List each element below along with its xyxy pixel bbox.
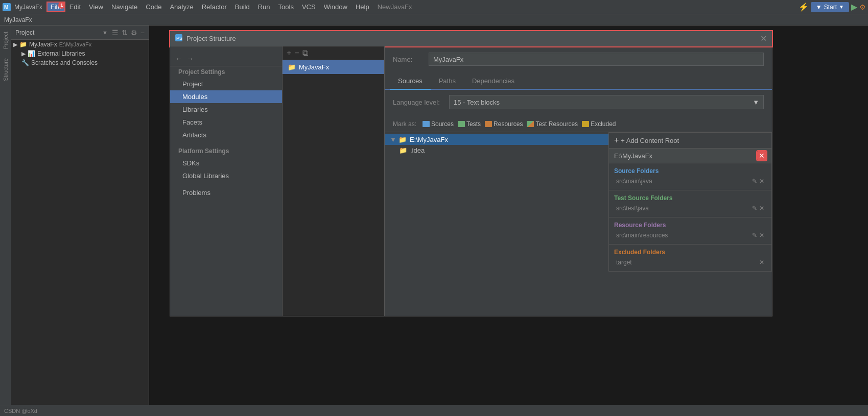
source-folder-actions: ✎ ✕ — [752, 178, 764, 185]
language-level-label: Language level: — [393, 99, 444, 106]
nav-forward-button[interactable]: → — [186, 55, 194, 63]
settings-icon[interactable]: ⚙ — [131, 29, 137, 37]
mark-excluded-badge[interactable]: Excluded — [582, 120, 616, 128]
app-title-label: MyJavaFx — [14, 4, 46, 11]
panel-header: Project ▼ ☰ ⇅ ⚙ − — [11, 26, 149, 40]
name-input[interactable] — [429, 53, 764, 66]
tree-arrow-root: ▶ — [13, 41, 17, 48]
menu-file[interactable]: File 1 — [46, 2, 65, 12]
sidebar-nav-project[interactable]: Project — [170, 78, 282, 90]
sidebar-nav-sdks[interactable]: SDKs — [170, 157, 282, 169]
tab-sources[interactable]: Sources — [390, 73, 431, 90]
resource-folder-edit-button[interactable]: ✎ — [752, 232, 757, 239]
tree-root-item[interactable]: ▶ 📁 MyJavaFx E:\MyJavaFx — [11, 40, 149, 49]
app-icon: M — [2, 3, 11, 12]
menu-code[interactable]: Code — [142, 2, 166, 12]
status-text: CSDN @oXd — [4, 408, 37, 414]
menu-window[interactable]: Window — [320, 2, 351, 12]
source-folders-section: Source Folders src\main\java ✎ ✕ — [609, 163, 771, 190]
resource-folder-delete-button[interactable]: ✕ — [759, 232, 764, 239]
dialog-sidebar: ← → Project Settings Project Modules Lib… — [170, 46, 283, 316]
tab-dependencies[interactable]: Dependencies — [464, 73, 523, 90]
expand-all-icon[interactable]: ⇅ — [122, 29, 128, 37]
test-source-folder-delete-button[interactable]: ✕ — [759, 205, 764, 212]
menu-navigate[interactable]: Navigate — [107, 2, 142, 12]
language-level-row: Language level: 15 - Text blocks ▼ — [393, 95, 764, 109]
mark-resources-badge[interactable]: Resources — [485, 120, 523, 128]
mark-as-row: Mark as: Sources Tests — [385, 116, 772, 132]
sidebar-nav-global-libraries[interactable]: Global Libraries — [170, 169, 282, 182]
detail-panel: Name: Sources Paths Dependencies — [385, 46, 772, 316]
language-level-section: Language level: 15 - Text blocks ▼ — [385, 90, 772, 116]
menu-vcs[interactable]: VCS — [298, 2, 320, 12]
project-panel: Project ▼ ☰ ⇅ ⚙ − ▶ 📁 MyJavaFx E:\MyJava… — [11, 26, 149, 416]
mark-sources-badge[interactable]: Sources — [423, 120, 454, 128]
excluded-badge-icon — [582, 121, 589, 127]
file-tree-area: ▼ 📁 E:\MyJavaFx 📁 .idea — [385, 132, 772, 316]
module-add-button[interactable]: + — [287, 48, 291, 58]
window-title: NewJavaFx — [378, 3, 412, 11]
profile-icon[interactable]: ⚙ — [859, 3, 866, 11]
tree-external-libraries[interactable]: ▶ 📊 External Libraries — [11, 49, 149, 58]
module-list-item-myjavafx[interactable]: 📁 MyJavaFx — [283, 60, 384, 74]
panel-title: Project — [15, 29, 102, 36]
module-list-toolbar: + − ⧉ — [283, 46, 384, 60]
resource-folder-path: src\main\resources — [616, 232, 668, 239]
debug-icon[interactable]: ▶ — [851, 2, 857, 12]
project-structure-dialog: PS Project Structure ✕ ← → Project Setti… — [170, 31, 772, 316]
tab-paths[interactable]: Paths — [431, 73, 464, 90]
name-field-row: Name: — [393, 53, 764, 66]
sidebar-nav-facets[interactable]: Facets — [170, 116, 282, 129]
mark-tests-badge[interactable]: Tests — [458, 120, 481, 128]
test-source-folder-edit-button[interactable]: ✎ — [752, 205, 757, 212]
mark-test-resources-badge[interactable]: Test Resources — [527, 120, 578, 128]
excluded-folders-title: Excluded Folders — [614, 249, 766, 256]
menu-build[interactable]: Build — [231, 2, 254, 12]
excluded-folder-delete-button[interactable]: ✕ — [759, 259, 764, 266]
menu-analyze[interactable]: Analyze — [166, 2, 197, 12]
module-copy-button[interactable]: ⧉ — [302, 48, 308, 58]
menu-refactor[interactable]: Refactor — [198, 2, 231, 12]
sidebar-nav-modules[interactable]: Modules — [170, 90, 282, 103]
resource-folder-row-0: src\main\resources ✎ ✕ — [614, 231, 766, 240]
panel-dropdown-icon[interactable]: ▼ — [102, 30, 108, 36]
menu-tools[interactable]: Tools — [274, 2, 298, 12]
scratches-icon: 🔧 — [21, 59, 29, 66]
dialog-overlay: PS Project Structure ✕ ← → Project Setti… — [149, 26, 868, 416]
sidebar-nav-problems[interactable]: Problems — [170, 186, 282, 199]
source-folder-row-0: src\main\java ✎ ✕ — [614, 177, 766, 186]
language-level-select[interactable]: 15 - Text blocks ▼ — [449, 95, 764, 109]
title-bar: MyJavaFx — [0, 14, 868, 26]
menu-help[interactable]: Help — [351, 2, 373, 12]
source-folder-delete-button[interactable]: ✕ — [759, 178, 764, 185]
dialog-close-button[interactable]: ✕ — [760, 35, 767, 43]
dialog-title-icon: PS — [175, 34, 182, 43]
run-dropdown-icon: ▼ — [816, 4, 822, 11]
menu-run[interactable]: Run — [254, 2, 274, 12]
menu-edit[interactable]: Edit — [65, 2, 85, 12]
test-source-folder-actions: ✎ ✕ — [752, 205, 764, 212]
nav-back-button[interactable]: ← — [175, 55, 182, 63]
collapse-all-icon[interactable]: ☰ — [112, 29, 119, 37]
resource-folder-actions: ✎ ✕ — [752, 232, 764, 239]
source-folder-edit-button[interactable]: ✎ — [752, 178, 757, 185]
side-strip-structure-label[interactable]: Structure — [2, 54, 10, 85]
tree-scratches[interactable]: 🔧 Scratches and Consoles — [11, 58, 149, 67]
select-dropdown-arrow: ▼ — [753, 99, 759, 106]
close-panel-icon[interactable]: − — [140, 29, 145, 37]
side-strip-project-label[interactable]: Project — [2, 28, 10, 53]
main-layout: Project Structure Project ▼ ☰ ⇅ ⚙ − ▶ 📁 … — [0, 26, 868, 416]
add-content-root-button[interactable]: + + Add Content Root — [609, 133, 771, 149]
run-button[interactable]: ▼ Start ▼ — [811, 2, 849, 12]
menu-view[interactable]: View — [85, 2, 107, 12]
platform-settings-header: Platform Settings — [170, 145, 282, 157]
sidebar-nav-artifacts[interactable]: Artifacts — [170, 129, 282, 141]
excluded-folder-actions: ✕ — [759, 259, 764, 266]
content-root-close-button[interactable]: ✕ — [757, 151, 766, 160]
search-everywhere-icon[interactable]: ⚡ — [799, 2, 809, 12]
sidebar-nav-libraries[interactable]: Libraries — [170, 103, 282, 116]
resource-folders-title: Resource Folders — [614, 222, 766, 229]
dialog-main-content: + − ⧉ 📁 MyJavaFx — [283, 46, 772, 316]
tests-badge-icon — [458, 121, 465, 127]
module-remove-button[interactable]: − — [294, 48, 299, 58]
